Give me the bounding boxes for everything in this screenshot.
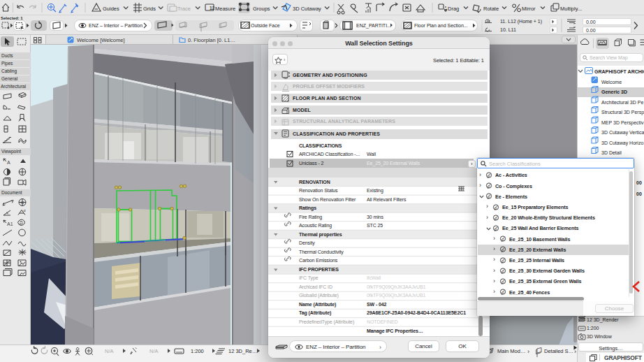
svg-text:12: 12 xyxy=(210,6,215,10)
svg-text:12 3D_Re…: 12 3D_Re… xyxy=(228,348,257,354)
svg-text:1:200: 1:200 xyxy=(191,348,204,354)
svg-text:N/A: N/A xyxy=(149,348,159,354)
svg-text:42: 42 xyxy=(20,201,24,205)
svg-text:N/A: N/A xyxy=(105,348,114,354)
svg-text:Detailed S…: Detailed S… xyxy=(544,348,573,354)
svg-text:Main Mod…: Main Mod… xyxy=(497,348,525,354)
svg-text:α: α xyxy=(24,208,27,212)
svg-text:A1: A1 xyxy=(7,222,13,226)
svg-text:›: › xyxy=(527,348,529,355)
svg-text:A: A xyxy=(7,160,10,165)
